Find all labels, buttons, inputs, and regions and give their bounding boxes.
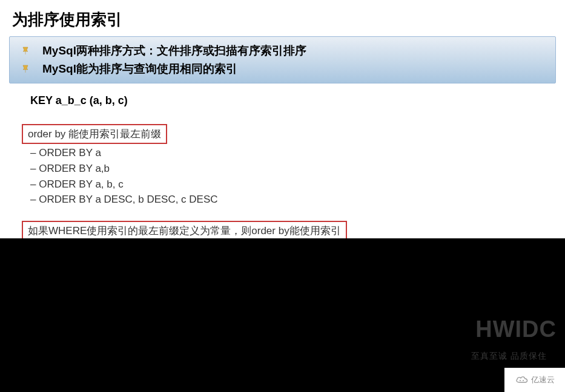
page-title: 为排序使用索引 xyxy=(0,0,565,36)
section-heading-box: order by 能使用索引最左前缀 xyxy=(22,124,167,144)
callout-item: MySql能为排序与查询使用相同的索引 xyxy=(10,60,555,78)
cloud-icon xyxy=(515,376,529,384)
callout-box: MySql两种排序方式：文件排序或扫描有序索引排序 MySql能为排序与查询使用… xyxy=(9,36,556,83)
brand-text: 亿速云 xyxy=(531,374,555,385)
watermark-tagline: 至真至诚 品质保住 xyxy=(471,351,547,362)
list-item: ORDER BY a,b xyxy=(30,161,565,177)
pin-icon xyxy=(21,46,30,56)
brand-badge: 亿速云 xyxy=(504,368,565,392)
list-item: ORDER BY a, b, c xyxy=(30,177,565,192)
svg-point-1 xyxy=(523,380,524,381)
callout-item: MySql两种排序方式：文件排序或扫描有序索引排序 xyxy=(10,42,555,60)
callout-text: MySql能为排序与查询使用相同的索引 xyxy=(42,61,237,77)
section-heading: 如果WHERE使用索引的最左前缀定义为常量，则order by能使用索引 xyxy=(28,225,341,237)
watermark-logo: HWIDC xyxy=(475,316,557,342)
svg-point-0 xyxy=(520,380,521,381)
section-heading: order by 能使用索引最左前缀 xyxy=(28,128,161,140)
callout-text: MySql两种排序方式：文件排序或扫描有序索引排序 xyxy=(42,43,306,59)
list-item: ORDER BY a xyxy=(30,145,565,161)
list-item: ORDER BY a DESC, b DESC, c DESC xyxy=(30,192,565,207)
pin-icon xyxy=(21,64,30,74)
overlay-region xyxy=(0,238,565,392)
key-definition: KEY a_b_c (a, b, c) xyxy=(30,94,565,107)
